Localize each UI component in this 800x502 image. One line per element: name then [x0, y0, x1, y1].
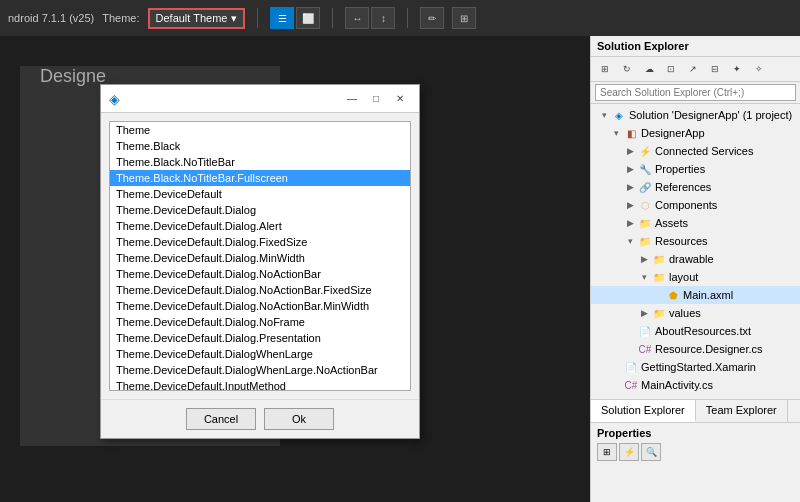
tree-main-axml[interactable]: ⬟ Main.axml: [591, 286, 800, 304]
tree-assets[interactable]: ▶ 📁 Assets: [591, 214, 800, 232]
theme-list-item[interactable]: Theme.Black.NoTitleBar.Fullscreen: [110, 170, 410, 186]
references-label: References: [655, 181, 711, 193]
device-label: ndroid 7.1.1 (v25): [8, 12, 94, 24]
properties-panel: Properties ⊞ ⚡ 🔍: [591, 422, 800, 502]
project-label: DesignerApp: [641, 127, 705, 139]
prop-btn-1[interactable]: ⊞: [597, 443, 617, 461]
theme-list-item[interactable]: Theme.DeviceDefault.InputMethod: [110, 378, 410, 391]
theme-list-item[interactable]: Theme.DeviceDefault.DialogWhenLarge.NoAc…: [110, 362, 410, 378]
theme-list-item[interactable]: Theme.Black: [110, 138, 410, 154]
theme-listbox[interactable]: ThemeTheme.BlackTheme.Black.NoTitleBarTh…: [109, 121, 411, 391]
solution-label: Solution 'DesignerApp' (1 project): [629, 109, 792, 121]
solution-arrow-icon: ▾: [597, 110, 611, 120]
tree-values[interactable]: ▶ 📁 values: [591, 304, 800, 322]
connected-services-icon: ⚡: [637, 143, 653, 159]
tree-drawable[interactable]: ▶ 📁 drawable: [591, 250, 800, 268]
values-arrow-icon: ▶: [637, 308, 651, 318]
theme-list-item[interactable]: Theme.DeviceDefault.Dialog.Presentation: [110, 330, 410, 346]
dialog-title-left: ◈: [109, 91, 120, 107]
theme-list-item[interactable]: Theme.DeviceDefault.Dialog: [110, 202, 410, 218]
cancel-button[interactable]: Cancel: [186, 408, 256, 430]
bottom-tabs: Solution Explorer Team Explorer: [591, 399, 800, 422]
se-btn-8[interactable]: ✧: [749, 60, 769, 78]
solution-explorer-toolbar: ⊞ ↻ ☁ ⊡ ↗ ⊟ ✦ ✧: [591, 57, 800, 82]
properties-arrow-icon: ▶: [623, 164, 637, 174]
se-btn-6[interactable]: ⊟: [705, 60, 725, 78]
dialog-footer: Cancel Ok: [101, 399, 419, 438]
theme-list-item[interactable]: Theme.DeviceDefault.DialogWhenLarge: [110, 346, 410, 362]
drawable-icon: 📁: [651, 251, 667, 267]
theme-list-item[interactable]: Theme.DeviceDefault: [110, 186, 410, 202]
theme-list-item[interactable]: Theme.DeviceDefault.Dialog.NoActionBar: [110, 266, 410, 282]
getting-started-arrow-icon: [609, 362, 623, 372]
tree-solution[interactable]: ▾ ◈ Solution 'DesignerApp' (1 project): [591, 106, 800, 124]
connected-services-label: Connected Services: [655, 145, 753, 157]
tree-about-resources[interactable]: 📄 AboutResources.txt: [591, 322, 800, 340]
se-btn-3[interactable]: ☁: [639, 60, 659, 78]
theme-list-item[interactable]: Theme.DeviceDefault.Dialog.Alert: [110, 218, 410, 234]
tab-solution-explorer[interactable]: Solution Explorer: [591, 400, 696, 422]
theme-list-item[interactable]: Theme.DeviceDefault.Dialog.MinWidth: [110, 250, 410, 266]
layout-icon: 📁: [651, 269, 667, 285]
phone-view-btn[interactable]: ☰: [270, 7, 294, 29]
resources-label: Resources: [655, 235, 708, 247]
properties-toolbar: ⊞ ⚡ 🔍: [597, 443, 794, 461]
tablet-view-btn[interactable]: ⬜: [296, 7, 320, 29]
theme-list-item[interactable]: Theme.DeviceDefault.Dialog.NoFrame: [110, 314, 410, 330]
tree-components[interactable]: ▶ ⬡ Components: [591, 196, 800, 214]
tree-references[interactable]: ▶ 🔗 References: [591, 178, 800, 196]
references-icon: 🔗: [637, 179, 653, 195]
designer-area: Designe ◈ — □ ✕: [0, 36, 590, 502]
view-mode-buttons: ☰ ⬜: [270, 7, 320, 29]
tab-team-explorer[interactable]: Team Explorer: [696, 400, 788, 422]
tree-layout[interactable]: ▾ 📁 layout: [591, 268, 800, 286]
theme-list-item[interactable]: Theme.DeviceDefault.Dialog.FixedSize: [110, 234, 410, 250]
ok-button[interactable]: Ok: [264, 408, 334, 430]
portrait-btn[interactable]: ↕: [371, 7, 395, 29]
about-resources-arrow-icon: [623, 326, 637, 336]
components-label: Components: [655, 199, 717, 211]
resource-designer-icon: C#: [637, 341, 653, 357]
theme-list-item[interactable]: Theme: [110, 122, 410, 138]
tree-main-activity[interactable]: C# MainActivity.cs: [591, 376, 800, 394]
search-input[interactable]: [595, 84, 796, 101]
tree-project[interactable]: ▾ ◧ DesignerApp: [591, 124, 800, 142]
se-btn-7[interactable]: ✦: [727, 60, 747, 78]
theme-dropdown[interactable]: Default Theme ▾: [148, 8, 246, 29]
main-activity-icon: C#: [623, 377, 639, 393]
tree-connected-services[interactable]: ▶ ⚡ Connected Services: [591, 142, 800, 160]
se-btn-2[interactable]: ↻: [617, 60, 637, 78]
theme-value: Default Theme: [156, 12, 228, 24]
about-resources-icon: 📄: [637, 323, 653, 339]
main-content: Designe ◈ — □ ✕: [0, 36, 800, 502]
se-btn-1[interactable]: ⊞: [595, 60, 615, 78]
getting-started-icon: 📄: [623, 359, 639, 375]
theme-list-item[interactable]: Theme.DeviceDefault.Dialog.NoActionBar.F…: [110, 282, 410, 298]
references-arrow-icon: ▶: [623, 182, 637, 192]
resources-icon: 📁: [637, 233, 653, 249]
tree-resources[interactable]: ▾ 📁 Resources: [591, 232, 800, 250]
se-btn-5[interactable]: ↗: [683, 60, 703, 78]
resource-designer-arrow-icon: [623, 344, 637, 354]
dialog-close-btn[interactable]: ✕: [389, 90, 411, 108]
properties-label: Properties: [655, 163, 705, 175]
edit-btn[interactable]: ✏: [420, 7, 444, 29]
prop-btn-3[interactable]: 🔍: [641, 443, 661, 461]
dialog-minimize-btn[interactable]: —: [341, 90, 363, 108]
tree-resource-designer[interactable]: C# Resource.Designer.cs: [591, 340, 800, 358]
se-btn-4[interactable]: ⊡: [661, 60, 681, 78]
main-activity-arrow-icon: [609, 380, 623, 390]
prop-btn-2[interactable]: ⚡: [619, 443, 639, 461]
dialog-controls: — □ ✕: [341, 90, 411, 108]
theme-list-item[interactable]: Theme.Black.NoTitleBar: [110, 154, 410, 170]
assets-arrow-icon: ▶: [623, 218, 637, 228]
components-arrow-icon: ▶: [623, 200, 637, 210]
theme-list-item[interactable]: Theme.DeviceDefault.Dialog.NoActionBar.M…: [110, 298, 410, 314]
main-axml-arrow-icon: [651, 290, 665, 300]
dialog-maximize-btn[interactable]: □: [365, 90, 387, 108]
tree-properties[interactable]: ▶ 🔧 Properties: [591, 160, 800, 178]
expand-btn[interactable]: ⊞: [452, 7, 476, 29]
components-icon: ⬡: [637, 197, 653, 213]
tree-getting-started[interactable]: 📄 GettingStarted.Xamarin: [591, 358, 800, 376]
landscape-btn[interactable]: ↔: [345, 7, 369, 29]
